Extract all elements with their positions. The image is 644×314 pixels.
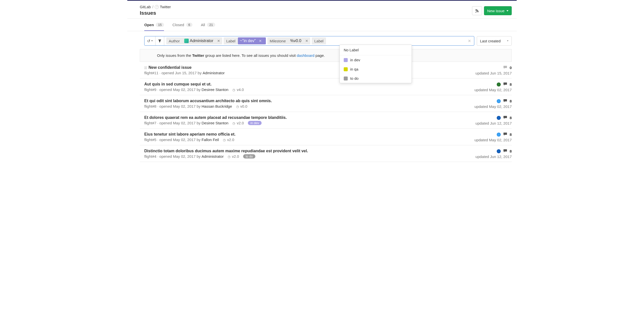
issue-right-icons: 8	[497, 132, 512, 137]
label-pill[interactable]: in dev	[248, 121, 262, 125]
breadcrumb-group-label: Twitter	[160, 5, 171, 9]
comments-icon[interactable]	[503, 132, 507, 137]
comments-icon[interactable]	[503, 99, 507, 103]
label-dropdown-header[interactable]: No Label	[340, 45, 412, 55]
issue-row[interactable]: 👁⃠New confidential issueflight#11opened …	[140, 62, 512, 78]
filter-token-label[interactable]: Label ~"in dev" ✕	[224, 37, 266, 44]
label-dropdown-item[interactable]: in qa	[340, 65, 412, 74]
breadcrumb-group[interactable]: ? Twitter	[155, 5, 171, 9]
clear-filter-icon[interactable]: ✕	[465, 39, 474, 43]
clock-icon	[228, 154, 231, 158]
remove-token-icon[interactable]: ✕	[257, 39, 264, 43]
breadcrumb: GitLab / ? Twitter	[140, 5, 171, 9]
assignee-avatar[interactable]	[497, 149, 501, 153]
issue-updated: updated May 02, 2017	[474, 138, 512, 142]
issue-updated: updated Jun 15, 2017	[476, 71, 512, 75]
issue-milestone[interactable]: v2.0	[225, 154, 239, 158]
issue-author[interactable]: Hassan Buckridge	[202, 104, 232, 108]
filter-history-button[interactable]: ↺	[144, 36, 156, 45]
filter-token-label-open[interactable]: Label	[312, 37, 326, 44]
issue-row[interactable]: Eius tenetur sint labore aperiam nemo of…	[140, 129, 512, 145]
issue-ref[interactable]: flight#11	[144, 71, 158, 75]
issue-milestone[interactable]: v2.0	[230, 121, 244, 125]
assignee-avatar[interactable]	[497, 133, 501, 137]
comments-icon[interactable]	[503, 149, 507, 154]
issue-ref[interactable]: flight#5	[144, 138, 156, 142]
rss-button[interactable]	[472, 6, 482, 15]
issue-milestone[interactable]: v0.0	[233, 104, 247, 108]
issue-milestone[interactable]: v2.0	[220, 138, 234, 142]
issue-right-icons: 8	[497, 99, 512, 103]
comments-icon[interactable]	[503, 82, 507, 87]
issue-title[interactable]: Et dolores quaerat rem ea autem placeat …	[144, 115, 452, 120]
dashboard-link[interactable]: dashboard	[297, 53, 314, 58]
issue-row[interactable]: Aut quis in sed cumque sequi et ut.fligh…	[140, 78, 512, 95]
remove-token-icon[interactable]: ✕	[303, 39, 310, 43]
issue-milestone-text: v2.0	[227, 138, 234, 142]
issue-title[interactable]: Et qui odit sint laborum accusantium arc…	[144, 99, 452, 103]
issue-title-text: Eius tenetur sint labore aperiam nemo of…	[144, 132, 236, 137]
comments-icon[interactable]	[503, 115, 507, 120]
issue-author[interactable]: Desiree Stanton	[202, 87, 229, 92]
issue-ref[interactable]: flight#4	[144, 154, 156, 158]
color-swatch-icon	[344, 67, 348, 71]
chevron-down-icon	[507, 40, 508, 41]
issue-title[interactable]: Eius tenetur sint labore aperiam nemo of…	[144, 132, 452, 137]
filter-token-author-key: Author	[166, 39, 182, 43]
filter-token-author-val: Administrator	[182, 37, 215, 44]
filter-bar[interactable]: ↺ Author Administrator ✕	[144, 36, 474, 46]
chevron-down-icon	[506, 10, 508, 11]
issue-milestone-text: v2.0	[232, 154, 239, 158]
label-dropdown-item-label: in dev	[350, 58, 360, 62]
breadcrumb-root[interactable]: GitLab	[140, 5, 151, 9]
label-dropdown-item[interactable]: in dev	[340, 55, 412, 65]
filter-token-author[interactable]: Author Administrator ✕	[166, 37, 222, 44]
filter-search-icon-button[interactable]	[156, 36, 164, 45]
label-pill[interactable]: to do	[243, 154, 255, 158]
issue-milestone-text: v0.0	[240, 104, 247, 108]
comments-icon[interactable]	[503, 65, 507, 70]
assignee-avatar[interactable]	[497, 82, 501, 86]
issue-author[interactable]: Administrator	[202, 154, 224, 158]
tab-all-label: All	[201, 23, 205, 27]
issue-author[interactable]: Fallon Feil	[202, 138, 219, 142]
filter-token-label-open-text: Label	[312, 39, 326, 43]
issue-ref[interactable]: flight#7	[144, 121, 156, 125]
comments-count: 8	[510, 132, 512, 137]
issue-meta: flight#7opened May 02, 2017 by Desiree S…	[144, 121, 452, 125]
issue-row[interactable]: Et dolores quaerat rem ea autem placeat …	[140, 112, 512, 129]
label-dropdown-item[interactable]: to do	[340, 74, 412, 83]
issue-title[interactable]: Distinctio totam doloribus ducimus autem…	[144, 149, 452, 153]
remove-token-icon[interactable]: ✕	[215, 39, 222, 43]
filter-token-author-text: Administrator	[190, 39, 213, 43]
breadcrumb-separator: /	[152, 5, 153, 9]
eye-slash-icon: 👁⃠	[144, 66, 147, 70]
filter-token-milestone[interactable]: Milestone %v0.0 ✕	[267, 37, 310, 44]
issue-opened: opened May 02, 2017	[160, 121, 196, 125]
new-issue-button[interactable]: New issue	[484, 6, 512, 15]
tab-all[interactable]: All 21	[201, 19, 215, 31]
issue-title-text: Et dolores quaerat rem ea autem placeat …	[144, 115, 287, 120]
tab-closed[interactable]: Closed 6	[172, 19, 192, 31]
assignee-avatar[interactable]	[497, 99, 501, 103]
issue-ref[interactable]: flight#9	[144, 87, 156, 92]
assignee-avatar[interactable]	[497, 116, 501, 120]
issue-opened: opened Jun 15, 2017	[162, 71, 197, 75]
sort-dropdown[interactable]: Last created	[477, 36, 512, 46]
notice-group: Twitter	[192, 53, 204, 58]
issue-milestone[interactable]: v4.0	[230, 87, 244, 92]
issue-author[interactable]: Administrator	[203, 71, 225, 75]
issue-row[interactable]: Et qui odit sint laborum accusantium arc…	[140, 95, 512, 112]
issue-ref[interactable]: flight#8	[144, 104, 156, 108]
tab-open[interactable]: Open 15	[144, 19, 164, 31]
issue-meta: flight#5opened May 02, 2017 by Fallon Fe…	[144, 138, 452, 142]
issue-milestone-text: v2.0	[237, 121, 244, 125]
issue-milestone-text: v4.0	[237, 87, 244, 92]
comments-count: 8	[510, 99, 512, 103]
issue-author[interactable]: Desiree Stanton	[202, 121, 229, 125]
issue-row[interactable]: Distinctio totam doloribus ducimus autem…	[140, 145, 512, 162]
new-issue-label: New issue	[487, 9, 504, 13]
notice-text: group are listed here. To see all issues…	[204, 53, 297, 58]
issue-updated: updated Jun 12, 2017	[476, 121, 512, 125]
issue-meta: flight#9opened May 02, 2017 by Desiree S…	[144, 87, 452, 92]
